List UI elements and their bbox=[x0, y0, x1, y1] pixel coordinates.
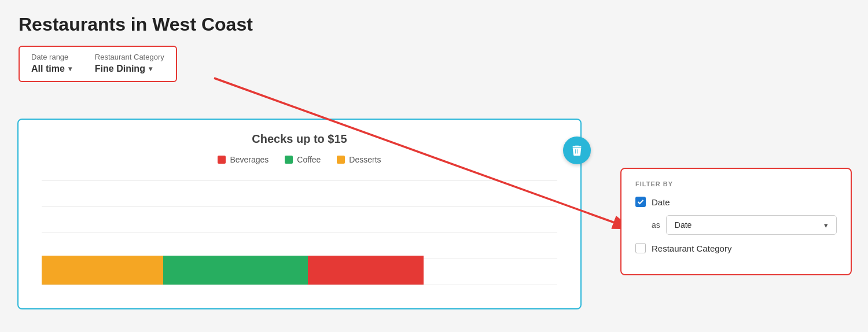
legend-color-beverages bbox=[218, 156, 226, 164]
date-select-chevron: ▾ bbox=[824, 221, 828, 230]
legend-item-beverages: Beverages bbox=[218, 155, 269, 164]
chart-bars-area bbox=[19, 180, 580, 285]
filter-panel: FILTER BY Date as Date ▾ Restaurant Cate… bbox=[620, 168, 852, 275]
trash-icon bbox=[571, 144, 583, 157]
delete-button[interactable] bbox=[563, 137, 591, 164]
date-checkbox[interactable] bbox=[635, 197, 646, 207]
chart-title: Checks up to $15 bbox=[19, 132, 580, 146]
date-filter-label: Date bbox=[652, 197, 670, 207]
filter-bar: Date range All time ▾ Restaurant Categor… bbox=[19, 46, 177, 82]
bar-coffee bbox=[163, 256, 308, 285]
category-dropdown[interactable]: Fine Dining ▾ bbox=[95, 64, 164, 74]
grid-line-1 bbox=[42, 206, 557, 207]
legend-color-coffee bbox=[285, 156, 293, 164]
category-filter-label: Restaurant Category bbox=[652, 244, 731, 253]
filter-date-range: Date range All time ▾ bbox=[31, 53, 72, 74]
as-label: as bbox=[652, 220, 660, 230]
chart-legend: Beverages Coffee Desserts bbox=[19, 155, 580, 164]
date-range-chevron: ▾ bbox=[68, 65, 72, 73]
legend-label-desserts: Desserts bbox=[349, 155, 381, 164]
bar-beverages bbox=[308, 256, 424, 285]
bar-desserts bbox=[42, 256, 163, 285]
check-icon bbox=[637, 198, 644, 205]
legend-item-coffee: Coffee bbox=[285, 155, 321, 164]
legend-label-coffee: Coffee bbox=[297, 155, 321, 164]
grid-line-top bbox=[42, 180, 557, 181]
date-range-label: Date range bbox=[31, 53, 72, 61]
category-value: Fine Dining bbox=[95, 64, 145, 74]
date-range-value: All time bbox=[31, 64, 65, 74]
page-title: Restaurants in West Coast bbox=[19, 14, 849, 35]
chart-container: Checks up to $15 Beverages Coffee Desser… bbox=[17, 119, 582, 309]
bars-row bbox=[42, 238, 557, 285]
category-label: Restaurant Category bbox=[95, 53, 164, 61]
filter-category: Restaurant Category Fine Dining ▾ bbox=[95, 53, 164, 74]
legend-label-beverages: Beverages bbox=[230, 155, 269, 164]
page-wrapper: Restaurants in West Coast Date range All… bbox=[0, 0, 868, 332]
filter-row-category: Restaurant Category bbox=[635, 243, 837, 253]
grid-line-bottom bbox=[42, 285, 557, 285]
as-date-row: as Date ▾ bbox=[635, 215, 837, 235]
date-type-value: Date bbox=[675, 220, 692, 230]
grid-line-2 bbox=[42, 233, 557, 233]
filter-panel-heading: FILTER BY bbox=[635, 180, 837, 187]
legend-item-desserts: Desserts bbox=[337, 155, 381, 164]
date-range-dropdown[interactable]: All time ▾ bbox=[31, 64, 72, 74]
legend-color-desserts bbox=[337, 156, 345, 164]
filter-row-date: Date bbox=[635, 197, 837, 207]
category-chevron: ▾ bbox=[149, 65, 152, 73]
date-type-dropdown[interactable]: Date ▾ bbox=[666, 215, 837, 235]
category-checkbox[interactable] bbox=[635, 243, 646, 253]
